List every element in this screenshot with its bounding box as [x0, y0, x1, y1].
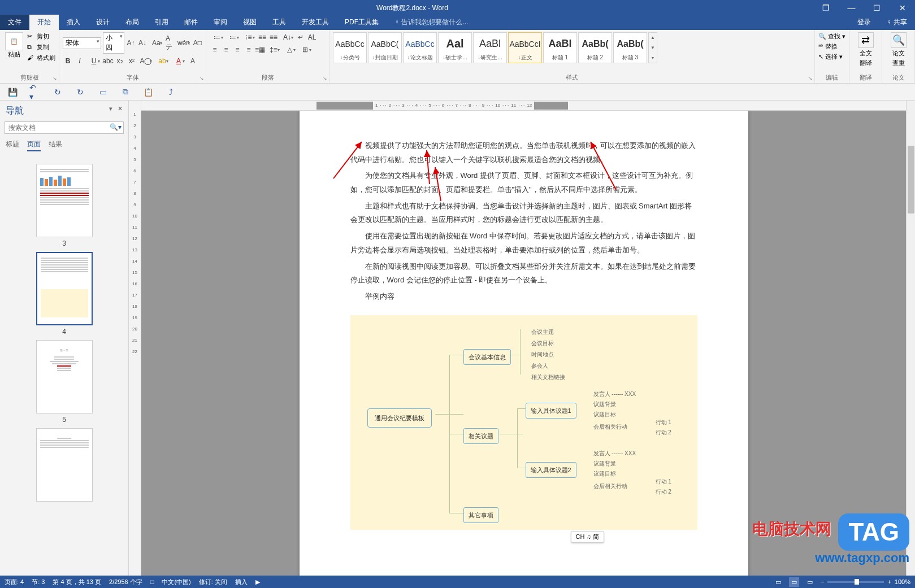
nav-dropdown-icon[interactable]: ▾ ✕	[109, 105, 123, 117]
copy-icon[interactable]: ⧉	[120, 86, 131, 98]
save-icon[interactable]: 💾	[7, 86, 18, 98]
align-right-button[interactable]: ≡	[232, 45, 242, 55]
nav-tab-pages[interactable]: 页面	[27, 140, 41, 151]
numbering-button[interactable]: ≔	[226, 32, 240, 42]
doc-p3[interactable]: 主题和样式也有助于文档保持协调。当您单击设计并选择新的主题时，图片、图表或 Sm…	[350, 199, 697, 227]
phonetic-button[interactable]: wén	[176, 38, 190, 48]
styles-expand-button[interactable]: ▲▼▾	[648, 32, 657, 63]
align-center-button[interactable]: ≡	[221, 45, 231, 55]
doc-p1[interactable]: 视频提供了功能强大的方法帮助您证明您的观点。当您单击联机视频时，可以在想要添加的…	[350, 139, 697, 167]
status-wordcount[interactable]: 2/2956 个字	[109, 578, 142, 586]
cut-button[interactable]: ✂剪切	[27, 32, 55, 41]
tab-mailings[interactable]: 邮件	[176, 15, 206, 30]
decrease-indent-button[interactable]: ≡≡	[257, 32, 267, 42]
text-effects-button[interactable]: A◯	[138, 56, 153, 66]
select-button[interactable]: ↖选择 ▾	[818, 53, 845, 61]
thumb-5[interactable]: 第一章	[36, 340, 93, 413]
status-language[interactable]: 中文(中国)	[162, 578, 190, 586]
tab-tools[interactable]: 工具	[264, 15, 294, 30]
zoom-out-button[interactable]: −	[821, 578, 824, 585]
search-icon[interactable]: 🔍▾	[110, 123, 122, 131]
show-marks-button[interactable]: ↵	[296, 32, 306, 42]
bold-button[interactable]: B	[63, 56, 73, 66]
superscript-button[interactable]: x²	[127, 56, 137, 66]
view-read-icon[interactable]: ▭	[775, 578, 781, 586]
vertical-scrollbar[interactable]	[906, 101, 915, 576]
line-spacing-button[interactable]: ‡≡	[266, 45, 281, 55]
tab-references[interactable]: 引用	[147, 15, 176, 30]
paste-button[interactable]: 📋 粘贴	[3, 32, 25, 62]
undo-icon[interactable]: ↶ ▾	[29, 86, 41, 98]
bullets-button[interactable]: ≔	[210, 32, 224, 42]
status-macro-icon[interactable]: ▶	[255, 578, 260, 586]
increase-indent-button[interactable]: ≡≡	[268, 32, 279, 42]
styles-dialog-launcher[interactable]: ↘	[808, 76, 813, 81]
zoom-level[interactable]: 100%	[895, 578, 910, 585]
status-page-of[interactable]: 第 4 页，共 13 页	[53, 578, 101, 586]
zoom-in-button[interactable]: +	[887, 578, 891, 585]
thumb-6[interactable]	[36, 428, 93, 502]
highlight-button[interactable]: ab	[155, 56, 170, 66]
status-section[interactable]: 节: 3	[32, 578, 45, 586]
status-insert[interactable]: 插入	[235, 578, 248, 586]
font-name-dropdown[interactable]: 宋体	[63, 37, 101, 49]
strike-button[interactable]: abc	[103, 56, 113, 66]
sort-button[interactable]: A↓	[280, 32, 294, 42]
style-item-8[interactable]: AaBb(标题 3	[613, 32, 647, 63]
window-close-button[interactable]: ✕	[890, 0, 915, 16]
style-item-1[interactable]: AaBbC(↓封面日期	[368, 32, 402, 63]
vertical-ruler[interactable]: 1 2 3 4 5 6 7 8 9 10 11 12 13 14 15 16 1…	[129, 101, 141, 576]
ime-indicator[interactable]: CH ♫ 简	[571, 531, 604, 543]
copy-button[interactable]: ⧉复制	[27, 43, 55, 51]
format-painter-button[interactable]: 🖌格式刷	[27, 54, 55, 62]
new-icon[interactable]: ▭	[97, 86, 109, 98]
italic-button[interactable]: I	[75, 56, 85, 66]
status-track[interactable]: 修订: 关闭	[199, 578, 227, 586]
borders-button[interactable]: ⊞	[298, 45, 313, 55]
tab-developer[interactable]: 开发工具	[294, 15, 337, 30]
style-item-0[interactable]: AaBbCc↓分类号	[333, 32, 367, 63]
zoom-slider[interactable]	[827, 581, 884, 583]
window-minimize-button[interactable]: —	[839, 0, 864, 16]
grow-font-button[interactable]: A↑	[126, 38, 136, 48]
page-4[interactable]: 视频提供了功能强大的方法帮助您证明您的观点。当您单击联机视频时，可以在想要添加的…	[300, 111, 748, 576]
justify-button[interactable]: ≡	[244, 45, 254, 55]
tab-insert[interactable]: 插入	[59, 15, 88, 30]
replace-button[interactable]: ᵃᵇ替换	[818, 42, 845, 51]
style-item-2[interactable]: AaBbCc↓论文标题	[403, 32, 437, 63]
subscript-button[interactable]: x₂	[115, 56, 125, 66]
view-web-icon[interactable]: ▭	[807, 578, 813, 586]
tab-design[interactable]: 设计	[88, 15, 118, 30]
shrink-font-button[interactable]: A↓	[137, 38, 147, 48]
nav-search-input[interactable]	[5, 121, 124, 134]
change-case-button[interactable]: Aa	[149, 38, 163, 48]
thumb-4[interactable]	[36, 252, 93, 325]
find-button[interactable]: 🔍查找 ▾	[818, 32, 845, 41]
status-spellcheck-icon[interactable]: □	[150, 578, 154, 585]
font-dialog-launcher[interactable]: ↘	[200, 76, 204, 81]
font-color-button[interactable]: A	[171, 56, 186, 66]
export-icon[interactable]: ⤴	[165, 86, 176, 98]
redo-icon[interactable]: ↻	[52, 86, 63, 98]
thumb-3[interactable]	[36, 164, 93, 237]
view-print-icon[interactable]: ▭	[789, 577, 799, 587]
login-button[interactable]: 登录	[849, 15, 879, 30]
tab-file[interactable]: 文件	[0, 15, 29, 30]
style-item-5[interactable]: AaBbCcI↓正文	[508, 32, 542, 63]
font-size-dropdown[interactable]: 小四	[103, 32, 124, 54]
distribute-button[interactable]: ≡▦	[255, 45, 265, 55]
tab-layout[interactable]: 布局	[118, 15, 147, 30]
tab-pdf[interactable]: PDF工具集	[337, 15, 387, 30]
doc-p5[interactable]: 在新的阅读视图中阅读更加容易。可以折叠文档某些部分并关注所需文本。如果在达到结尾…	[350, 260, 697, 288]
doc-p6[interactable]: 举例内容	[350, 290, 697, 304]
nav-tab-results[interactable]: 结果	[49, 140, 62, 151]
underline-button[interactable]: U	[86, 56, 101, 66]
align-left-button[interactable]: ≡	[210, 45, 220, 55]
doc-p2[interactable]: 为使您的文档具有专业外观，Word 提供了页眉、页脚、封面和文本框设计，这些设计…	[350, 169, 697, 197]
clipboard-dialog-launcher[interactable]: ↘	[53, 76, 57, 81]
refresh-icon[interactable]: ↻	[75, 86, 86, 98]
window-maximize-button[interactable]: ☐	[864, 0, 890, 16]
char-border-button[interactable]: A□	[193, 38, 202, 48]
shading-button[interactable]: △	[282, 45, 297, 55]
paste-icon[interactable]: 📋	[142, 86, 154, 98]
